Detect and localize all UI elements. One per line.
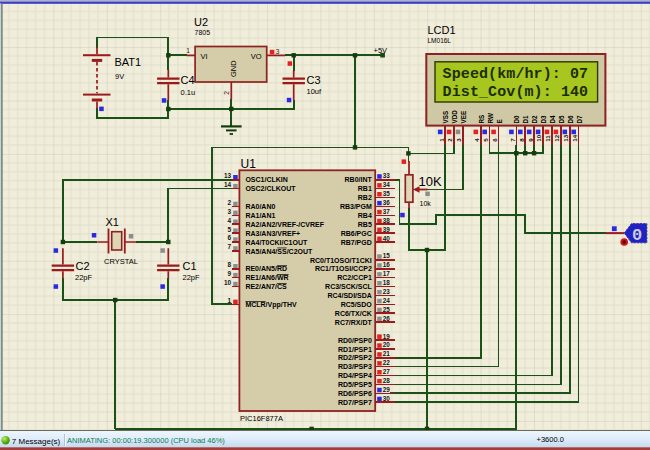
svg-text:RD7/PSP7: RD7/PSP7	[338, 399, 372, 406]
svg-text:2: 2	[223, 91, 230, 95]
svg-text:2: 2	[446, 138, 453, 142]
svg-text:RB0/INT: RB0/INT	[345, 176, 373, 183]
svg-text:RD6/PSP6: RD6/PSP6	[338, 390, 372, 397]
svg-text:RA5/AN4/SS/C2OUT: RA5/AN4/SS/C2OUT	[245, 248, 313, 255]
svg-text:D3: D3	[540, 115, 547, 124]
svg-text:8: 8	[227, 261, 231, 268]
svg-text:VDD: VDD	[451, 110, 458, 124]
svg-text:RC1/T1OSI/CCP2: RC1/T1OSI/CCP2	[315, 265, 372, 272]
svg-text:RW: RW	[487, 113, 494, 123]
svg-text:RA3/AN3/VREF+: RA3/AN3/VREF+	[245, 230, 300, 237]
svg-text:RC6/TX/CK: RC6/TX/CK	[335, 310, 372, 317]
svg-text:17: 17	[383, 270, 391, 277]
svg-text:D5: D5	[558, 115, 565, 124]
svg-text:RA0/AN0: RA0/AN0	[245, 203, 275, 210]
svg-text:24: 24	[383, 297, 391, 304]
svg-text:19: 19	[383, 333, 391, 340]
svg-text:D2: D2	[531, 115, 538, 124]
svg-text:RC4/SDI/SDA: RC4/SDI/SDA	[327, 292, 371, 299]
svg-text:LM016L: LM016L	[428, 37, 452, 44]
svg-text:7: 7	[509, 138, 516, 142]
svg-text:RB2: RB2	[358, 194, 372, 201]
svg-text:RD1/PSP1: RD1/PSP1	[338, 346, 372, 353]
svg-text:7805: 7805	[195, 29, 211, 36]
svg-text:RB6/PGC: RB6/PGC	[341, 230, 372, 237]
svg-text:37: 37	[383, 208, 391, 215]
svg-text:5: 5	[227, 226, 231, 233]
svg-text:29: 29	[383, 386, 391, 393]
svg-text:X1: X1	[106, 216, 119, 228]
svg-text:36: 36	[383, 199, 391, 206]
svg-text:Dist_Cov(m): 140: Dist_Cov(m): 140	[443, 84, 589, 101]
svg-text:U1: U1	[241, 157, 257, 171]
svg-text:0.1u: 0.1u	[181, 88, 196, 97]
svg-text:26: 26	[383, 315, 391, 322]
svg-text:15: 15	[383, 252, 391, 259]
svg-text:22: 22	[383, 359, 391, 366]
svg-text:2: 2	[227, 199, 231, 206]
svg-text:20: 20	[383, 341, 391, 348]
svg-text:33: 33	[383, 172, 391, 179]
svg-text:RA2/AN2/VREF-/CVREF: RA2/AN2/VREF-/CVREF	[245, 221, 324, 228]
svg-text:0: 0	[632, 226, 642, 245]
svg-text:CRYSTAL: CRYSTAL	[104, 257, 138, 266]
svg-text:35: 35	[383, 190, 391, 197]
svg-text:C3: C3	[307, 74, 321, 86]
svg-text:1: 1	[438, 138, 445, 142]
svg-text:C2: C2	[76, 260, 90, 272]
svg-text:RC0/T1OSO/T1CKI: RC0/T1OSO/T1CKI	[310, 257, 372, 264]
svg-text:16: 16	[383, 261, 391, 268]
svg-text:7 Message(s): 7 Message(s)	[12, 437, 61, 446]
svg-text:+5V: +5V	[374, 46, 388, 55]
svg-text:RD0/PSP0: RD0/PSP0	[338, 337, 372, 344]
svg-text:D1: D1	[522, 115, 529, 124]
svg-text:9V: 9V	[115, 72, 124, 81]
svg-text:9: 9	[527, 138, 534, 142]
svg-text:+3600.0: +3600.0	[537, 435, 564, 444]
svg-text:GND: GND	[229, 60, 238, 77]
svg-text:VEE: VEE	[460, 111, 467, 124]
svg-text:13: 13	[562, 134, 569, 141]
svg-text:6: 6	[491, 138, 498, 142]
svg-text:OSC2/CLKOUT: OSC2/CLKOUT	[245, 185, 296, 192]
svg-text:D7: D7	[576, 115, 583, 124]
svg-text:1: 1	[186, 47, 190, 54]
svg-text:23: 23	[383, 288, 391, 295]
svg-text:D6: D6	[567, 115, 574, 124]
svg-text:25: 25	[383, 306, 391, 313]
svg-text:10K: 10K	[419, 174, 442, 189]
svg-text:27: 27	[383, 368, 391, 375]
svg-text:5: 5	[482, 138, 489, 142]
svg-text:9: 9	[227, 270, 231, 277]
svg-text:34: 34	[383, 181, 391, 188]
svg-text:3: 3	[227, 208, 231, 215]
svg-text:RB1: RB1	[358, 185, 372, 192]
svg-text:PIC16F877A: PIC16F877A	[240, 414, 283, 423]
svg-text:6: 6	[227, 234, 231, 241]
svg-text:RB7/PGD: RB7/PGD	[341, 239, 372, 246]
svg-text:D4: D4	[549, 115, 556, 124]
svg-text:RC3/SCK/SCL: RC3/SCK/SCL	[325, 283, 372, 290]
svg-text:18: 18	[383, 279, 391, 286]
svg-text:RC7/RX/DT: RC7/RX/DT	[335, 319, 373, 326]
svg-text:RD5/PSP5: RD5/PSP5	[338, 381, 372, 388]
svg-text:RB4: RB4	[358, 212, 372, 219]
svg-text:4: 4	[473, 138, 480, 142]
svg-text:7: 7	[227, 243, 231, 250]
svg-text:1: 1	[227, 297, 231, 304]
svg-text:C4: C4	[181, 74, 195, 86]
svg-text:RB3/PGM: RB3/PGM	[340, 203, 372, 210]
svg-text:RC2/CCP1: RC2/CCP1	[337, 274, 372, 281]
svg-text:OSC1/CLKIN: OSC1/CLKIN	[245, 176, 287, 183]
svg-text:12: 12	[553, 134, 560, 141]
svg-text:RE2/AN7/CS: RE2/AN7/CS	[245, 283, 287, 290]
svg-text:RB5: RB5	[358, 221, 372, 228]
svg-text:22pF: 22pF	[75, 273, 93, 282]
svg-text:14: 14	[224, 181, 232, 188]
svg-text:10: 10	[224, 279, 232, 286]
svg-text:10: 10	[535, 134, 542, 141]
svg-text:28: 28	[383, 377, 391, 384]
svg-text:RC5/SDO: RC5/SDO	[341, 301, 373, 308]
svg-text:10k: 10k	[420, 200, 432, 207]
svg-text:RE0/AN5/RD: RE0/AN5/RD	[245, 265, 287, 272]
